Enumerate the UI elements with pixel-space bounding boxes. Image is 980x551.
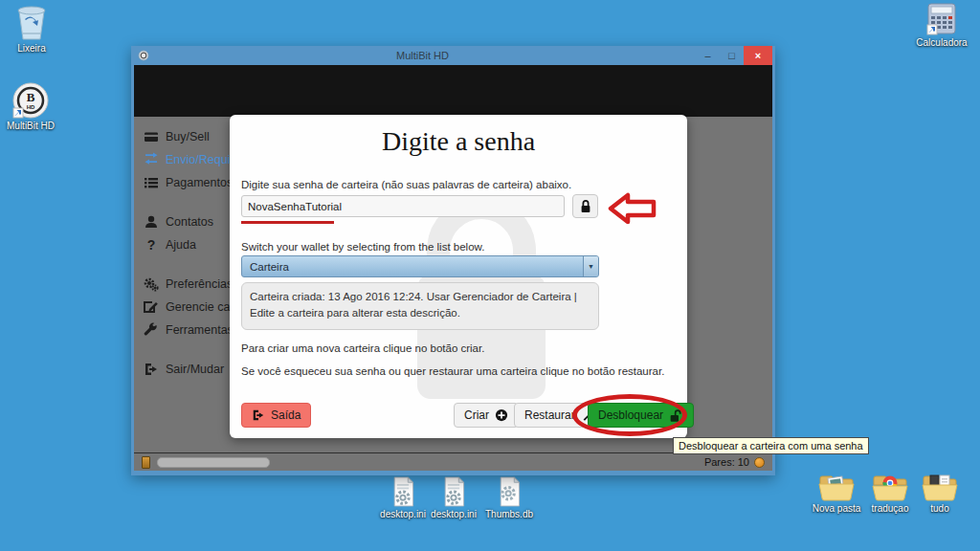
desktop-icon-label: tudo	[915, 503, 965, 514]
desktop-icon-traducao[interactable]: traduçao	[863, 471, 917, 514]
desktop-icon-nova-pasta[interactable]: Nova pasta	[806, 471, 867, 514]
sidebar-item-envio-requisitar[interactable]: Envio/Requisi	[144, 148, 238, 171]
folder-documents-icon	[922, 471, 958, 501]
sidebar-gap	[144, 342, 238, 358]
config-file-icon	[389, 476, 417, 507]
password-label: Digite sua senha de carteira (não suas p…	[241, 179, 571, 190]
chevron-down-icon[interactable]: ▼	[583, 256, 598, 276]
desktop-icon-desktopini-1[interactable]: desktop.ini	[377, 476, 429, 519]
window-title: MultiBit HD	[149, 50, 696, 61]
sidebar: Buy/Sell Envio/Requisi	[144, 125, 238, 381]
sidebar-item-label: Pagamentos	[166, 176, 233, 189]
folder-picture-icon	[818, 471, 855, 501]
folder-chrome-icon	[872, 471, 908, 501]
desktop-icon-thumbsdb[interactable]: Thumbs.db	[481, 476, 537, 519]
sidebar-item-buy-sell[interactable]: Buy/Sell	[144, 125, 238, 148]
sidebar-item-label: Ajuda	[166, 238, 196, 252]
window-titlebar[interactable]: MultiBit HD – □ ×	[134, 46, 772, 65]
exit-button-label: Saída	[271, 408, 301, 422]
desktop-icon-label: Nova pasta	[806, 503, 867, 514]
create-button-label: Criar	[464, 408, 489, 422]
desktop-icon-label: Lixeira	[4, 43, 59, 54]
sidebar-item-label: Gerencie cart	[166, 300, 237, 314]
status-bar: Pares: 10	[134, 452, 772, 471]
red-underline-annotation	[241, 221, 334, 224]
wallet-select[interactable]: Carteira ▼	[241, 255, 599, 277]
desktop-icon-desktopini-2[interactable]: desktop.ini	[428, 476, 479, 519]
list-icon	[144, 175, 159, 190]
edit-icon	[144, 299, 159, 315]
desktop: Lixeira B HD MultiBit HD Calculadora	[0, 0, 980, 551]
wallet-select-label: Switch your wallet by selecting from the…	[241, 241, 484, 253]
person-icon	[144, 214, 159, 230]
desktop-icon-lixeira[interactable]: Lixeira	[4, 5, 59, 54]
multibit-logo-icon: B HD	[12, 82, 49, 119]
question-icon: ?	[144, 237, 159, 253]
sidebar-item-ajuda[interactable]: ? Ajuda	[144, 233, 238, 256]
sidebar-item-label: Buy/Sell	[166, 130, 210, 143]
sidebar-item-ferramentas[interactable]: Ferramentas	[144, 319, 238, 342]
credit-card-icon	[144, 129, 159, 144]
desktop-icon-calculadora[interactable]: Calculadora	[909, 3, 974, 48]
exit-icon	[252, 408, 265, 422]
svg-text:?: ?	[147, 237, 156, 253]
desktop-icon-multibit[interactable]: B HD MultiBit HD	[2, 82, 59, 131]
recycle-bin-icon	[15, 5, 48, 41]
desktop-icon-label: MultiBit HD	[2, 121, 59, 131]
password-dialog: Digite a senha Digite sua senha de carte…	[230, 115, 687, 438]
config-file-icon	[495, 476, 523, 507]
restore-button-label: Restaurar	[524, 408, 575, 422]
dialog-title: Digite a senha	[230, 126, 687, 157]
svg-text:B: B	[27, 90, 35, 104]
config-file-icon	[439, 476, 468, 507]
wrench-icon	[144, 322, 159, 338]
sidebar-item-preferencias[interactable]: Preferências	[144, 273, 238, 296]
sidebar-item-pagamentos[interactable]: Pagamentos	[144, 171, 238, 194]
desktop-icon-tudo[interactable]: tudo	[915, 471, 965, 514]
sidebar-item-gerencie-carteiras[interactable]: Gerencie cart	[144, 296, 238, 319]
red-arrow-annotation-icon	[608, 190, 657, 227]
exit-button[interactable]: Saída	[241, 403, 311, 428]
create-hint-text: Para criar uma nova carteira clique no b…	[241, 342, 484, 354]
password-input[interactable]	[241, 195, 565, 217]
sidebar-item-contatos[interactable]: Contatos	[144, 210, 238, 233]
sidebar-gap	[144, 256, 238, 273]
wallet-selected-value: Carteira	[242, 261, 583, 273]
minimize-button[interactable]: –	[696, 46, 720, 65]
calculator-icon	[925, 3, 958, 35]
sidebar-item-sair-mudar[interactable]: Sair/Mudar	[144, 358, 238, 381]
unlock-tooltip: Desbloquear a carteira com uma senha	[673, 437, 869, 454]
restore-hint-text: Se você esqueceu sua senha ou quer resta…	[241, 365, 664, 377]
peers-status-dot-icon	[754, 457, 765, 468]
sidebar-item-label: Envio/Requisi	[166, 153, 238, 166]
sidebar-item-label: Contatos	[166, 215, 213, 229]
sidebar-gap	[144, 194, 238, 210]
sidebar-item-label: Sair/Mudar	[166, 363, 224, 376]
transfer-arrows-icon	[144, 152, 159, 167]
svg-text:HD: HD	[27, 104, 35, 110]
maximize-button[interactable]: □	[720, 46, 744, 65]
wallet-description-box[interactable]: Carteira criada: 13 Ago 2016 12:24. Usar…	[241, 282, 599, 330]
window-app-icon	[138, 50, 149, 61]
status-lock-indicator-icon	[142, 456, 150, 469]
desktop-icon-label: traduçao	[863, 503, 917, 514]
header-banner	[134, 65, 772, 117]
desktop-icon-label: Calculadora	[909, 37, 974, 48]
show-password-button[interactable]	[572, 194, 598, 218]
exit-icon	[144, 362, 159, 377]
sync-progress-bar	[157, 457, 270, 468]
plus-circle-icon	[495, 408, 508, 422]
sidebar-item-label: Preferências	[166, 277, 233, 291]
create-button[interactable]: Criar	[454, 403, 519, 428]
sidebar-item-label: Ferramentas	[166, 323, 234, 337]
gears-icon	[144, 276, 159, 292]
desktop-icon-label: Thumbs.db	[481, 509, 537, 519]
desktop-icon-label: desktop.ini	[377, 509, 429, 519]
red-ellipse-annotation	[572, 394, 687, 436]
lock-icon	[579, 199, 592, 213]
desktop-icon-label: desktop.ini	[428, 509, 479, 519]
close-button[interactable]: ×	[744, 46, 772, 65]
peers-count-label: Pares: 10	[704, 456, 749, 468]
